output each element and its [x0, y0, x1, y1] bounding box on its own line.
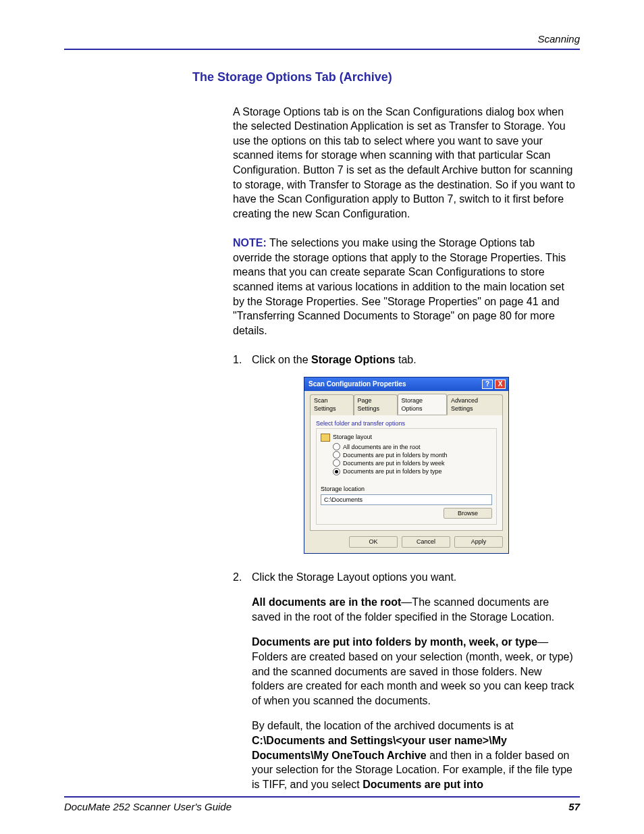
step-1-text-a: Click on the — [252, 354, 311, 365]
radio-week[interactable]: Documents are put in folders by week — [333, 459, 492, 467]
default-location-paragraph: By default, the location of the archived… — [252, 719, 576, 791]
folder-icon — [321, 434, 330, 442]
fieldset-label: Select folder and transfer options — [316, 419, 497, 427]
radio-week-label: Documents are put in folders by week — [343, 459, 445, 467]
radio-root-label: All documents are in the root — [343, 443, 421, 451]
tab-storage-options[interactable]: Storage Options — [398, 394, 448, 415]
note-text: The selections you make using the Storag… — [233, 237, 566, 336]
cancel-button[interactable]: Cancel — [402, 536, 450, 547]
dialog-titlebar: Scan Configuration Properties ? X — [304, 377, 508, 391]
radio-month-label: Documents are put in folders by month — [343, 451, 448, 459]
step-1-text-b: Storage Options — [311, 354, 395, 365]
page-footer: DocuMate 252 Scanner User's Guide 57 — [64, 800, 580, 814]
section-title: The Storage Options Tab (Archive) — [192, 69, 580, 85]
footer-rule — [64, 796, 580, 798]
header-rule — [64, 49, 580, 50]
tab-page-settings[interactable]: Page Settings — [354, 394, 398, 415]
note-label: NOTE: — [233, 237, 267, 249]
default-location-d: Documents are put into — [363, 779, 483, 790]
radio-type-label: Documents are put in folders by type — [343, 467, 442, 475]
browse-button[interactable]: Browse — [444, 508, 492, 519]
option-folders-by-title: Documents are put into folders by month,… — [252, 636, 537, 648]
fieldset: Storage layout All documents are in the … — [316, 428, 497, 525]
option-folders-by: Documents are put into folders by month,… — [252, 635, 576, 708]
header-section-label: Scanning — [64, 32, 580, 49]
storage-location-input[interactable] — [321, 494, 492, 505]
step-2: 2. Click the Storage Layout options you … — [233, 570, 576, 585]
storage-layout-label: Storage layout — [333, 433, 372, 441]
help-icon[interactable]: ? — [482, 380, 493, 389]
tab-advanced-settings[interactable]: Advanced Settings — [447, 394, 503, 415]
tab-strip: Scan Settings Page Settings Storage Opti… — [310, 394, 503, 415]
option-all-root: All documents are in the root—The scanne… — [252, 595, 576, 624]
dialog-button-row: OK Cancel Apply — [310, 536, 503, 547]
tab-pane: Select folder and transfer options Stora… — [310, 415, 503, 531]
step-1: 1. Click on the Storage Options tab. — [233, 353, 576, 367]
ok-button[interactable]: OK — [349, 536, 398, 547]
radio-month[interactable]: Documents are put in folders by month — [333, 451, 492, 459]
apply-button[interactable]: Apply — [454, 536, 503, 547]
option-all-root-title: All documents are in the root — [252, 596, 401, 608]
page-number: 57 — [568, 800, 580, 814]
dialog-figure: Scan Configuration Properties ? X Scan S… — [304, 377, 576, 554]
tab-scan-settings[interactable]: Scan Settings — [310, 394, 354, 415]
footer-title: DocuMate 252 Scanner User's Guide — [64, 800, 232, 814]
dialog-title: Scan Configuration Properties — [308, 380, 480, 389]
intro-paragraph: A Storage Options tab is on the Scan Con… — [233, 105, 576, 221]
radio-root[interactable]: All documents are in the root — [333, 443, 492, 451]
step-2-number: 2. — [233, 570, 242, 585]
step-1-number: 1. — [233, 353, 242, 367]
storage-layout-header: Storage layout — [321, 433, 492, 441]
scan-config-dialog: Scan Configuration Properties ? X Scan S… — [304, 377, 509, 554]
note-paragraph: NOTE: The selections you make using the … — [233, 236, 576, 338]
step-2-text: Click the Storage Layout options you wan… — [252, 571, 456, 583]
step-1-text-c: tab. — [396, 354, 417, 365]
storage-location-label: Storage location — [321, 485, 492, 493]
close-icon[interactable]: X — [495, 380, 506, 389]
default-location-a: By default, the location of the archived… — [252, 720, 514, 731]
radio-type[interactable]: Documents are put in folders by type — [333, 467, 492, 475]
